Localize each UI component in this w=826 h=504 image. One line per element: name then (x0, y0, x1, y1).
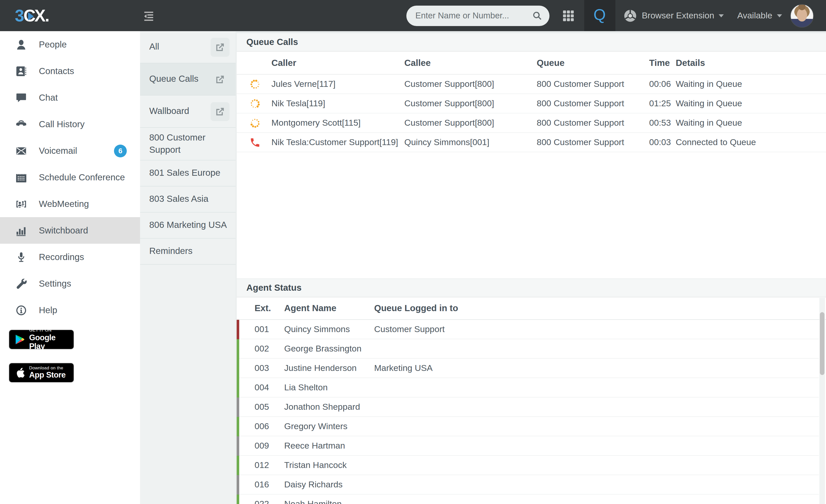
queue-logged-cell: Customer Support (374, 324, 819, 334)
queue-nav-item[interactable]: Reminders (140, 239, 236, 265)
agent-row: 001 Quincy Simmons Customer Support (237, 320, 819, 339)
sidebar-item[interactable]: WebMeeting (0, 191, 140, 217)
caller-cell: Nik Tesla:Customer Support[119] (272, 137, 404, 147)
agent-status-bar (237, 417, 239, 436)
sidebar-item[interactable]: Call History (0, 111, 140, 137)
queue-calls-table-header: Caller Callee Queue Time Details (237, 52, 826, 75)
chrome-icon (623, 8, 637, 23)
queue-nav-item-label: 801 Sales Europe (149, 167, 220, 179)
spinner-icon (249, 98, 261, 109)
top-bar: 3CX. Q Browser Extension Available (0, 0, 826, 31)
scrollbar-thumb[interactable] (820, 312, 824, 375)
external-link-icon[interactable] (211, 70, 230, 89)
agent-status-table-header: Ext. Agent Name Queue Logged in to (237, 297, 826, 320)
queue-nav-item-label: All (149, 41, 159, 53)
ext-cell: 005 (254, 402, 284, 412)
status-menu[interactable]: Available (737, 10, 782, 21)
queue-nav-item[interactable]: All (140, 31, 236, 63)
store-badge[interactable]: Download on the App Store (9, 363, 74, 383)
sidebar-item[interactable]: Settings (0, 270, 140, 297)
browser-extension-menu[interactable]: Browser Extension (623, 8, 724, 23)
sidebar-item-label: Switchboard (39, 225, 88, 236)
queue-logged-cell: Marketing USA (374, 363, 819, 373)
agent-row: 006 Gregory Winters (237, 417, 819, 436)
agent-name-cell: Tristan Hancock (284, 460, 374, 470)
panel-title: Queue Calls (246, 37, 298, 48)
agent-name-cell: Jonathon Sheppard (284, 402, 374, 412)
voicemail-icon (15, 144, 27, 157)
agent-name-cell: Lia Shelton (284, 382, 374, 393)
store-badge[interactable]: GET IT ON Google Play (9, 329, 74, 350)
agent-status-panel-header: Agent Status (237, 279, 826, 297)
sidebar-item-label: Help (39, 305, 57, 315)
sidebar-item[interactable]: Switchboard (0, 217, 140, 244)
app-window: 3CX. Q Browser Extension Available (0, 0, 826, 504)
queue-nav-item[interactable]: 803 Sales Asia (140, 187, 236, 213)
switchboard-icon (15, 224, 27, 237)
queue-nav-item[interactable]: 806 Marketing USA (140, 213, 236, 239)
ext-cell: 001 (254, 324, 284, 334)
agent-status-bar (237, 339, 239, 359)
caller-cell: Nik Tesla[119] (272, 98, 404, 109)
time-cell: 00:03 (649, 137, 676, 147)
callee-cell: Quincy Simmons[001] (404, 137, 537, 147)
queue-call-row[interactable]: Montgomery Scott[115] Customer Support[8… (237, 113, 826, 133)
scrollbar-track[interactable] (819, 298, 825, 504)
collapse-sidebar-button[interactable] (139, 6, 159, 25)
external-link-icon[interactable] (211, 102, 230, 121)
sidebar-item-label: Call History (39, 119, 84, 129)
callee-cell: Customer Support[800] (404, 79, 537, 89)
search-icon[interactable] (531, 10, 543, 21)
agent-status-bar (237, 436, 239, 456)
details-cell: Waiting in Queue (676, 79, 826, 89)
browser-extension-label: Browser Extension (642, 10, 714, 21)
store-badge-line1: Download on the (29, 366, 66, 371)
agent-row: 004 Lia Shelton (237, 378, 819, 397)
queue-nav-item-label: 806 Marketing USA (149, 219, 227, 232)
sidebar-item-label: Chat (39, 92, 58, 103)
agent-name-cell: Justine Henderson (284, 363, 374, 373)
recordings-icon (15, 251, 27, 263)
ext-cell: 004 (254, 382, 284, 393)
agent-row: 012 Tristan Hancock (237, 456, 819, 475)
queue-tab[interactable]: Q (584, 0, 615, 31)
agent-name-cell: Quincy Simmons (284, 324, 374, 334)
queue-nav-item-label: 800 Customer Support (149, 132, 230, 156)
queue-nav-item-label: Wallboard (149, 105, 189, 117)
google-play-icon (14, 334, 25, 345)
search-input[interactable] (406, 5, 549, 26)
external-link-icon[interactable] (211, 38, 230, 56)
queue-nav-item[interactable]: Queue Calls (140, 63, 236, 96)
queue-nav-item[interactable]: 801 Sales Europe (140, 161, 236, 187)
column-header-ext: Ext. (254, 303, 284, 314)
help-icon (15, 304, 27, 316)
queue-nav-item[interactable]: 800 Customer Support (140, 128, 236, 161)
agent-status-bar (237, 495, 239, 504)
agent-row: 002 George Brassington (237, 339, 819, 359)
sidebar-item[interactable]: Recordings (0, 244, 140, 270)
queue-nav-item[interactable]: Wallboard (140, 96, 236, 128)
call-history-icon (15, 118, 27, 131)
ext-cell: 003 (254, 363, 284, 373)
3cx-logo: 3CX. (15, 6, 49, 25)
queue-call-row[interactable]: Nik Tesla[119] Customer Support[800] 800… (237, 94, 826, 113)
store-badge-line2: Google Play (29, 333, 69, 351)
sidebar-item[interactable]: Contacts (0, 58, 140, 84)
column-header-details: Details (676, 58, 826, 68)
sidebar-item[interactable]: Chat (0, 84, 140, 111)
queue-call-row[interactable]: Jules Verne[117] Customer Support[800] 8… (237, 75, 826, 94)
agent-row: 009 Reece Hartman (237, 436, 819, 456)
sidebar-item[interactable]: People (0, 31, 140, 58)
agent-name-cell: Gregory Winters (284, 421, 374, 432)
queue-call-row[interactable]: Nik Tesla:Customer Support[119] Quincy S… (237, 133, 826, 152)
sidebar-item[interactable]: Help (0, 297, 140, 323)
logo-play-triangle-icon (28, 12, 34, 20)
sidebar-item[interactable]: Voicemail 6 (0, 137, 140, 164)
ext-cell: 009 (254, 441, 284, 451)
agent-name-cell: Noah Hamilton (284, 499, 374, 504)
queue-nav-item-label: 803 Sales Asia (149, 193, 209, 205)
apps-grid-button[interactable] (559, 7, 577, 24)
ext-cell: 012 (254, 460, 284, 470)
avatar[interactable] (790, 4, 814, 27)
sidebar-item[interactable]: Schedule Conference (0, 164, 140, 191)
